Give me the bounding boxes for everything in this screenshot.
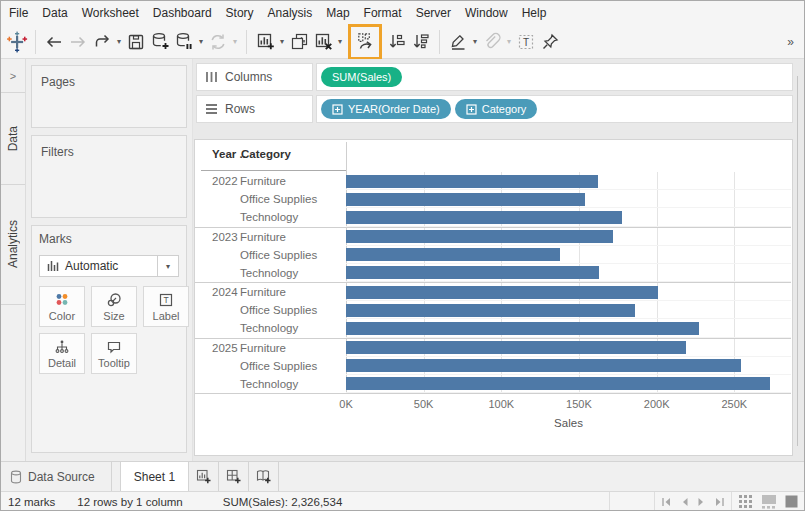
next-page-icon[interactable]	[697, 497, 706, 507]
bar-mark[interactable]	[346, 322, 699, 335]
new-worksheet-tab-button[interactable]	[189, 462, 219, 491]
category-header-label[interactable]: Office Supplies	[240, 304, 346, 316]
menu-worksheet[interactable]: Worksheet	[75, 1, 146, 25]
bar-mark[interactable]	[346, 286, 658, 299]
previous-page-icon[interactable]	[680, 497, 689, 507]
last-page-icon[interactable]	[714, 497, 725, 507]
sheet-sorter-view-icon[interactable]	[738, 494, 753, 509]
columns-shelf[interactable]: Columns SUM(Sales)	[196, 63, 793, 91]
bar-mark[interactable]	[346, 377, 770, 390]
plus-box-icon[interactable]	[466, 104, 477, 115]
menu-format[interactable]: Format	[357, 1, 409, 25]
group-dropdown-caret: ▾	[504, 37, 514, 46]
pause-updates-dropdown-caret[interactable]: ▾	[196, 37, 206, 46]
show-mark-labels-button[interactable]: T	[514, 28, 538, 56]
duplicate-sheet-button[interactable]	[287, 28, 311, 56]
menu-help[interactable]: Help	[515, 1, 554, 25]
fix-axes-button[interactable]	[538, 28, 562, 56]
bar-mark[interactable]	[346, 230, 613, 243]
year-header-label[interactable]: 2022	[195, 175, 240, 187]
menu-window[interactable]: Window	[458, 1, 515, 25]
new-worksheet-icon	[195, 468, 212, 485]
bar-mark[interactable]	[346, 266, 599, 279]
category-header-label[interactable]: Office Supplies	[240, 249, 346, 261]
category-header-label[interactable]: Technology	[240, 267, 346, 279]
rows-pill-area[interactable]: YEAR(Order Date) Category	[316, 95, 793, 123]
bar-mark[interactable]	[346, 248, 560, 261]
detail-button[interactable]: Detail	[39, 333, 85, 374]
highlight-button[interactable]	[446, 28, 470, 56]
new-worksheet-button[interactable]	[253, 28, 277, 56]
redo-button[interactable]	[66, 28, 90, 56]
replay-dropdown-caret[interactable]: ▾	[114, 37, 124, 46]
filmstrip-view-icon[interactable]	[761, 494, 777, 509]
tab-data[interactable]: Data	[1, 93, 25, 185]
sort-ascending-button[interactable]	[385, 28, 409, 56]
mark-type-dropdown[interactable]: Automatic ▾	[39, 255, 179, 277]
color-button[interactable]: Color	[39, 286, 85, 327]
color-button-label: Color	[49, 310, 75, 322]
category-header-label[interactable]: Furniture	[240, 342, 346, 354]
x-axis[interactable]: 0K50K100K150K200K250K	[346, 398, 791, 411]
menu-file[interactable]: File	[2, 1, 35, 25]
tooltip-button[interactable]: Tooltip	[91, 333, 137, 374]
bar-mark[interactable]	[346, 193, 585, 206]
clear-sheet-button[interactable]	[311, 28, 335, 56]
menu-dashboard[interactable]: Dashboard	[146, 1, 219, 25]
category-header-label[interactable]: Technology	[240, 322, 346, 334]
pill-year-order-date[interactable]: YEAR(Order Date)	[321, 99, 451, 119]
category-header-label[interactable]: Furniture	[240, 175, 346, 187]
category-header-label[interactable]: Technology	[240, 211, 346, 223]
first-page-icon[interactable]	[661, 497, 672, 507]
mark-type-caret[interactable]: ▾	[157, 256, 178, 276]
category-header-label[interactable]: Office Supplies	[240, 360, 346, 372]
pages-shelf[interactable]: Pages	[31, 65, 187, 128]
menu-map[interactable]: Map	[319, 1, 356, 25]
pill-sum-sales[interactable]: SUM(Sales)	[321, 67, 402, 87]
tabs-view-icon[interactable]	[785, 495, 798, 508]
pill-category[interactable]: Category	[455, 99, 538, 119]
sort-descending-button[interactable]	[409, 28, 433, 56]
swap-rows-and-columns-button[interactable]	[353, 28, 377, 56]
undo-button[interactable]	[42, 28, 66, 56]
tab-analytics[interactable]: Analytics	[1, 185, 25, 305]
clear-sheet-dropdown-caret[interactable]: ▾	[335, 37, 345, 46]
category-header-label[interactable]: Technology	[240, 378, 346, 390]
category-column-header[interactable]: Category	[241, 148, 291, 160]
highlight-dropdown-caret[interactable]: ▾	[470, 37, 480, 46]
menu-server[interactable]: Server	[409, 1, 458, 25]
new-data-source-button[interactable]	[148, 28, 172, 56]
year-header-label[interactable]: 2023	[195, 231, 240, 243]
category-header-label[interactable]: Furniture	[240, 286, 346, 298]
pause-auto-updates-button[interactable]	[172, 28, 196, 56]
color-dots-icon	[54, 292, 70, 308]
size-button[interactable]: Size	[91, 286, 137, 327]
plus-box-icon[interactable]	[332, 104, 343, 115]
new-dashboard-tab-button[interactable]	[219, 462, 249, 491]
filters-shelf[interactable]: Filters	[31, 135, 187, 218]
year-header-label[interactable]: 2024	[195, 286, 240, 298]
category-header-label[interactable]: Office Supplies	[240, 193, 346, 205]
tab-sheet-1[interactable]: Sheet 1	[120, 462, 189, 491]
tab-data-source[interactable]: Data Source	[1, 462, 112, 491]
year-header-label[interactable]: 2025	[195, 342, 240, 354]
new-worksheet-dropdown-caret[interactable]: ▾	[277, 37, 287, 46]
replay-button[interactable]	[90, 28, 114, 56]
expand-pane-button[interactable]: >	[1, 59, 25, 93]
label-button[interactable]: T Label	[143, 286, 189, 327]
bar-mark[interactable]	[346, 304, 635, 317]
menu-analysis[interactable]: Analysis	[261, 1, 320, 25]
menu-story[interactable]: Story	[219, 1, 261, 25]
bar-mark[interactable]	[346, 341, 686, 354]
bar-mark[interactable]	[346, 359, 741, 372]
rows-shelf[interactable]: Rows YEAR(Order Date) Category	[196, 95, 793, 123]
columns-pill-area[interactable]: SUM(Sales)	[316, 63, 793, 91]
save-button[interactable]	[124, 28, 148, 56]
vertical-scrollbar[interactable]	[797, 76, 798, 446]
bar-mark[interactable]	[346, 175, 598, 188]
new-story-tab-button[interactable]	[249, 462, 279, 491]
toolbar-overflow-button[interactable]: »	[787, 35, 800, 49]
menu-data[interactable]: Data	[35, 1, 74, 25]
category-header-label[interactable]: Furniture	[240, 231, 346, 243]
bar-mark[interactable]	[346, 211, 622, 224]
